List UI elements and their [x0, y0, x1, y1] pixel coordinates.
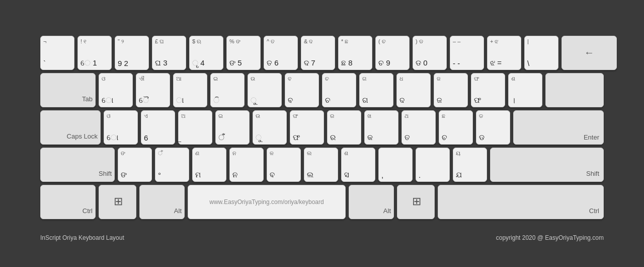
- keyboard-container: ¬ ` ! ୧ େ 1 " ୨ 9 2 £ ଘ ଘ 3 $ ଋ: [30, 26, 614, 232]
- key-1[interactable]: ! ୧ େ 1: [77, 36, 112, 70]
- row-bottom: Ctrl ⊞ Alt www.EasyOriyaTyping.com/oriya…: [40, 185, 604, 219]
- key-g[interactable]: ଉ ୁ: [253, 110, 287, 145]
- key-equals[interactable]: + ଝ ଝ =: [487, 36, 521, 70]
- key-q[interactable]: ଓ ୋ: [99, 73, 133, 107]
- key-0[interactable]: ) ଡ ଡ 0: [413, 36, 447, 70]
- key-comma[interactable]: ,: [378, 148, 413, 182]
- key-m[interactable]: ଶ ସ: [341, 148, 375, 182]
- key-v[interactable]: ନ ନ: [229, 148, 264, 182]
- footer: InScript Oriya Keyboard Layout copyright…: [30, 232, 614, 241]
- key-h[interactable]: ଫ ଫ: [290, 110, 324, 145]
- key-k[interactable]: ଖ କ: [364, 110, 398, 145]
- key-t[interactable]: ଉ ୁ: [248, 73, 282, 107]
- key-n[interactable]: ଲ ଲ: [304, 148, 338, 182]
- row-shift: Shift ଙ ଙ ँ ° ଣ ମ ନ ନ: [40, 148, 604, 182]
- enter-key-2[interactable]: Enter: [513, 110, 604, 145]
- key-9[interactable]: ( ଚ ଚ 9: [375, 36, 410, 70]
- key-4[interactable]: $ ଋ ୄ 4: [189, 36, 223, 70]
- key-p[interactable]: ଜ ଜ: [434, 73, 468, 107]
- key-2[interactable]: " ୨ 9 2: [115, 36, 149, 70]
- copyright-text: copyright 2020 @ EasyOriyaTyping.com: [496, 234, 604, 241]
- key-a[interactable]: ଓ ୋ: [104, 110, 138, 145]
- key-x[interactable]: ँ °: [155, 148, 189, 182]
- key-j[interactable]: ର ର: [327, 110, 361, 145]
- win-right-key[interactable]: ⊞: [397, 185, 435, 219]
- key-i[interactable]: ଗ ଗ: [359, 73, 393, 107]
- key-3[interactable]: £ ଘ ଘ 3: [152, 36, 186, 70]
- key-z[interactable]: ଙ ଙ: [118, 148, 152, 182]
- key-quote[interactable]: ଡ ଡ: [476, 110, 510, 145]
- backspace-key[interactable]: ←: [561, 36, 617, 70]
- ctrl-right-key[interactable]: Ctrl: [438, 185, 604, 219]
- keyboard-title: InScript Oriya Keyboard Layout: [40, 234, 124, 241]
- ctrl-left-key[interactable]: Ctrl: [40, 185, 96, 219]
- key-8[interactable]: * ଛ ଛ 8: [338, 36, 372, 70]
- key-slash[interactable]: ୟ ଯ: [453, 148, 487, 182]
- key-w[interactable]: ଐ ୈ: [136, 73, 170, 107]
- key-backtick[interactable]: ¬ `: [40, 36, 74, 70]
- key-o[interactable]: ଧ ଦ: [396, 73, 431, 107]
- enter-key[interactable]: [545, 73, 604, 107]
- alt-left-key[interactable]: Alt: [139, 185, 185, 219]
- row-asdf: Caps Lock ଓ ୋ ଏ 6 ଅ ॒ ଇ ँ: [40, 110, 604, 145]
- key-f[interactable]: ଇ ँ: [215, 110, 250, 145]
- key-bracketright[interactable]: ଶ ।: [508, 73, 542, 107]
- key-b[interactable]: ଳ ବ: [267, 148, 301, 182]
- key-backslash[interactable]: | \: [524, 36, 558, 70]
- alt-right-key[interactable]: Alt: [349, 185, 394, 219]
- key-r[interactable]: ଇ ି: [210, 73, 245, 107]
- key-s[interactable]: ଏ 6: [141, 110, 175, 145]
- row-number: ¬ ` ! ୧ େ 1 " ୨ 9 2 £ ଘ ଘ 3 $ ଋ: [40, 36, 604, 70]
- key-e[interactable]: ଆ ା: [173, 73, 207, 107]
- key-c[interactable]: ଣ ମ: [192, 148, 226, 182]
- key-d[interactable]: ଅ ॒: [178, 110, 212, 145]
- key-bracketleft[interactable]: ଫ ଫ: [471, 73, 505, 107]
- key-period[interactable]: .: [416, 148, 450, 182]
- key-7[interactable]: & ଦ ଦ 7: [301, 36, 335, 70]
- key-minus[interactable]: – – - -: [450, 36, 484, 70]
- key-y[interactable]: ବ ବ: [285, 73, 319, 107]
- win-left-key[interactable]: ⊞: [99, 185, 136, 219]
- space-key[interactable]: www.EasyOriyaTyping.com/oriya/keyboard: [188, 185, 346, 219]
- shift-left-key[interactable]: Shift: [40, 148, 115, 182]
- key-semicolon[interactable]: ଛ ଚ: [439, 110, 473, 145]
- key-u[interactable]: ଚ ଚ: [322, 73, 356, 107]
- tab-key[interactable]: Tab: [40, 73, 96, 107]
- row-qwerty: Tab ଓ ୋ ଐ ୈ ଆ ା ଇ ି: [40, 73, 604, 107]
- key-5[interactable]: % ଙ ଙ 5: [226, 36, 261, 70]
- shift-right-key[interactable]: Shift: [490, 148, 604, 182]
- capslock-key[interactable]: Caps Lock: [40, 110, 101, 145]
- key-6[interactable]: ^ ତ ତ 6: [264, 36, 298, 70]
- key-l[interactable]: ଥ ତ: [401, 110, 436, 145]
